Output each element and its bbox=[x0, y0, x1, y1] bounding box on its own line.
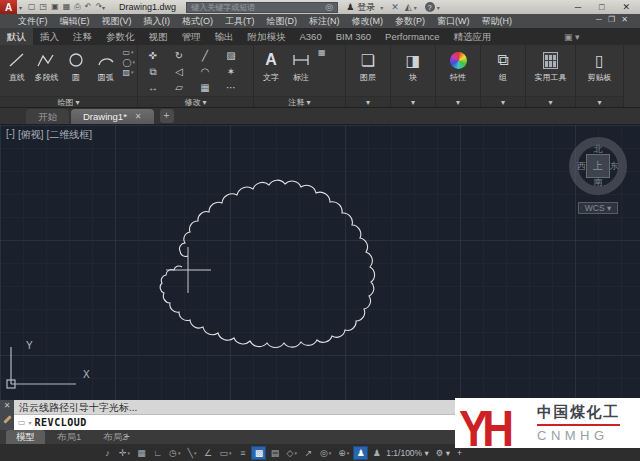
ribbon-tab[interactable]: 视图 bbox=[142, 28, 175, 45]
autodesk-app-icon[interactable]: ◭ bbox=[405, 2, 412, 12]
clipboard-panel-expander[interactable]: ▾ bbox=[576, 96, 623, 107]
qat-customize-icon[interactable]: ▾ bbox=[102, 4, 105, 11]
properties-panel[interactable]: 特性 ▾ bbox=[436, 45, 481, 107]
polar-tracking-icon[interactable]: ◷▾ bbox=[166, 446, 183, 460]
rotate-icon[interactable]: ↻ bbox=[166, 48, 192, 64]
menu-item[interactable]: 视图(V) bbox=[96, 15, 138, 28]
wcs-dropdown[interactable]: WCS ▾ bbox=[578, 202, 618, 214]
properties-panel-expander[interactable]: ▾ bbox=[436, 96, 480, 107]
close-tab-icon[interactable]: ✕ bbox=[135, 109, 142, 124]
customization-gear-icon[interactable]: ⚙ ▾ bbox=[436, 448, 450, 458]
viewport-menu-control[interactable]: [-] bbox=[6, 128, 15, 142]
menu-item[interactable]: 插入(I) bbox=[138, 15, 177, 28]
ribbon-tab[interactable]: 输出 bbox=[208, 28, 241, 45]
circle-tool-button[interactable]: 圆 bbox=[61, 47, 91, 82]
search-icon[interactable]: ◎ bbox=[325, 2, 333, 12]
search-input[interactable]: 键入关键字或短语 ◎ bbox=[186, 2, 338, 13]
ribbon-tab[interactable]: 精选应用 bbox=[446, 28, 498, 45]
maximize-button[interactable]: □ bbox=[599, 2, 604, 12]
close-button[interactable]: ✕ bbox=[622, 2, 630, 12]
draw-panel-title[interactable]: 绘图 ▾ bbox=[0, 96, 137, 107]
exchange-apps-icon[interactable]: ✕ bbox=[391, 2, 399, 12]
menu-item[interactable]: 文件(F) bbox=[12, 15, 54, 28]
ellipse-icon[interactable]: ◯▾ bbox=[123, 58, 135, 67]
trim-icon[interactable]: ╱ bbox=[192, 48, 218, 64]
viewcube[interactable]: 北 南 东 西 上 WCS ▾ bbox=[562, 137, 634, 215]
osnap-tracking-icon[interactable]: ∠ bbox=[200, 446, 215, 460]
save-as-icon[interactable]: ▦ bbox=[63, 0, 71, 14]
menu-item[interactable]: 标注(N) bbox=[303, 15, 346, 28]
menu-item[interactable]: 工具(T) bbox=[219, 15, 261, 28]
minimize-button[interactable]: ─ bbox=[575, 2, 581, 12]
new-tab-button[interactable]: + bbox=[160, 109, 174, 123]
file-tab-drawing1[interactable]: Drawing1* ✕ bbox=[71, 109, 154, 124]
save-icon[interactable]: ▣ bbox=[51, 0, 59, 14]
open-file-icon[interactable]: ◳ bbox=[40, 0, 48, 14]
layout-tab[interactable]: 布局1 bbox=[47, 430, 91, 444]
ribbon-tab[interactable]: 默认 bbox=[0, 28, 33, 45]
menu-item[interactable]: 格式(O) bbox=[176, 15, 219, 28]
more-icon[interactable]: ⋯ bbox=[218, 80, 244, 96]
undo-icon[interactable]: ↶ bbox=[85, 0, 92, 14]
block-panel[interactable]: ◨ 块 ▾ bbox=[391, 45, 436, 107]
selection-filter-icon[interactable]: ⊕▾ bbox=[335, 446, 352, 460]
help-caret-icon[interactable]: ▾ bbox=[437, 4, 440, 11]
rectangle-icon[interactable]: ▭▾ bbox=[123, 48, 135, 57]
annotation-scale-control[interactable]: 1:1/100% ▾ bbox=[386, 448, 429, 458]
modify-panel-title[interactable]: 修改 ▾ bbox=[138, 96, 253, 107]
text-tool-button[interactable]: A 文字 bbox=[256, 47, 286, 82]
new-file-icon[interactable]: ▢ bbox=[28, 0, 36, 14]
viewcube-west-label[interactable]: 西 bbox=[577, 160, 586, 173]
layout-tab[interactable]: 模型 bbox=[6, 430, 45, 444]
groups-panel-expander[interactable]: ▾ bbox=[481, 96, 525, 107]
recent-commands-caret-icon[interactable]: ▾ bbox=[29, 419, 32, 426]
utilities-panel-expander[interactable]: ▾ bbox=[526, 96, 575, 107]
explode-icon[interactable]: ✶ bbox=[218, 64, 244, 80]
snap-mode-icon[interactable]: ✛▾ bbox=[116, 446, 133, 460]
ribbon-tab[interactable]: 插入 bbox=[33, 28, 66, 45]
signin-button[interactable]: ♟ 登录 ▾ bbox=[346, 1, 383, 14]
recent-commands-icon[interactable]: ▭ bbox=[18, 418, 26, 427]
line-tool-button[interactable]: 直线 bbox=[2, 47, 32, 82]
selection-cycling-icon[interactable]: ▤ bbox=[267, 446, 282, 460]
ribbon-tab[interactable]: BIM 360 bbox=[329, 28, 378, 45]
ortho-mode-icon[interactable]: ∟ bbox=[150, 446, 165, 460]
redo-icon[interactable]: ↷ bbox=[95, 0, 102, 14]
grid-display-icon[interactable]: ▦ bbox=[134, 446, 149, 460]
transparency-icon[interactable]: ▩ bbox=[251, 446, 266, 460]
file-tab-start[interactable]: 开始 bbox=[26, 109, 69, 124]
stretch-icon[interactable]: ↔ bbox=[140, 80, 166, 96]
ribbon-tab[interactable]: 附加模块 bbox=[241, 28, 293, 45]
layers-panel[interactable]: ❏ 图层 ▾ bbox=[346, 45, 391, 107]
dynamic-ucs-icon[interactable]: ↗ bbox=[301, 446, 316, 460]
lineweight-icon[interactable]: ≡ bbox=[235, 446, 250, 460]
plot-icon[interactable]: ⎙ bbox=[74, 0, 80, 14]
viewcube-east-label[interactable]: 东 bbox=[610, 160, 619, 173]
isodraft-icon[interactable]: ╲▾ bbox=[184, 446, 199, 460]
utilities-panel[interactable]: 实用工具 ▾ bbox=[526, 45, 576, 107]
ribbon-tab[interactable]: 管理 bbox=[175, 28, 208, 45]
infer-constraints-icon[interactable]: ♪ bbox=[100, 446, 115, 460]
polyline-tool-button[interactable]: 多段线 bbox=[32, 47, 62, 82]
groups-panel[interactable]: ⧉ 组 ▾ bbox=[481, 45, 526, 107]
erase-icon[interactable]: ▨ bbox=[218, 48, 244, 64]
menu-item[interactable]: 绘图(D) bbox=[261, 15, 304, 28]
application-menu-caret-icon[interactable]: ▾ bbox=[19, 4, 22, 11]
3d-osnap-icon[interactable]: ◇▾ bbox=[283, 446, 299, 460]
viewcube-compass-ring[interactable]: 北 南 东 西 上 bbox=[569, 137, 627, 195]
command-customize-icon[interactable] bbox=[3, 415, 11, 423]
array-icon[interactable]: ▦ bbox=[192, 80, 218, 96]
arc-tool-button[interactable]: 圆弧 bbox=[91, 47, 121, 82]
layers-panel-expander[interactable]: ▾ bbox=[346, 96, 390, 107]
object-snap-icon[interactable]: ▭▾ bbox=[216, 446, 234, 460]
help-icon[interactable]: ? bbox=[425, 2, 435, 12]
ribbon-tab[interactable]: A360 bbox=[293, 28, 329, 45]
drawing-canvas[interactable]: [-] [俯视] [二维线框] Y X 北 南 东 西 上 bbox=[0, 125, 640, 400]
table-icon[interactable]: ▦ bbox=[318, 48, 326, 57]
copy-icon[interactable]: ⧉ bbox=[140, 64, 166, 80]
workspace-switching-icon[interactable]: ♟ bbox=[369, 446, 384, 460]
menu-item[interactable]: 修改(M) bbox=[346, 15, 390, 28]
annotate-panel-title[interactable]: 注释 ▾ bbox=[254, 96, 345, 107]
viewport-style-control[interactable]: [二维线框] bbox=[46, 128, 92, 142]
menu-item[interactable]: 窗口(W) bbox=[431, 15, 476, 28]
